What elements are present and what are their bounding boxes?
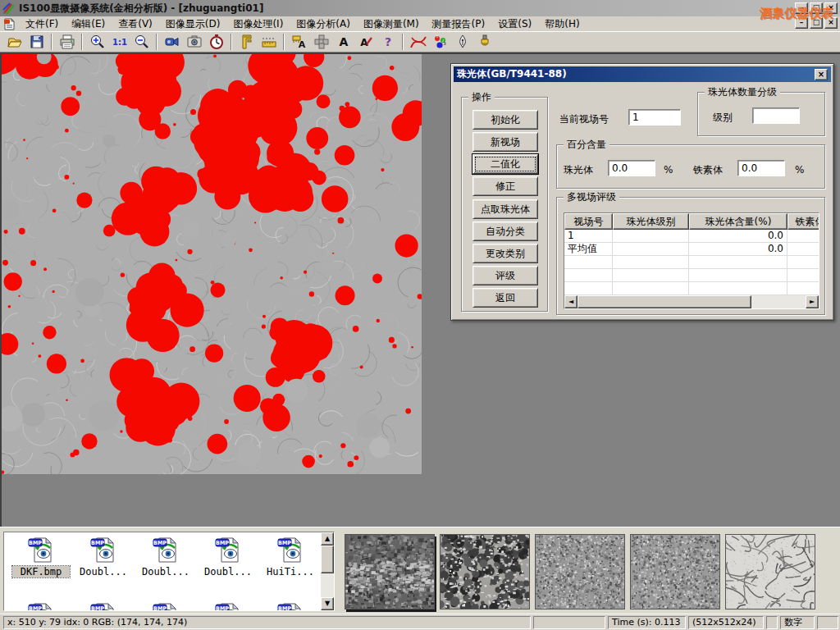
file-item[interactable]: BMP (137, 601, 194, 611)
menu-edit[interactable]: 编辑(E) (65, 16, 112, 32)
document-icon[interactable] (3, 18, 16, 30)
menu-settings[interactable]: 设置(S) (491, 16, 538, 32)
return-button[interactable]: 返回 (472, 288, 538, 308)
init-button[interactable]: 初始化 (472, 110, 538, 130)
menu-view[interactable]: 查看(V) (112, 16, 159, 32)
zoom-out-icon[interactable] (130, 32, 153, 52)
measure-text-icon[interactable]: A (288, 32, 310, 52)
file-list-scrollbar[interactable]: ▲ ▼ (321, 532, 334, 610)
file-item[interactable]: BMP DKF.bmp (12, 536, 70, 578)
menu-measure-report[interactable]: 测量报告(P) (426, 16, 492, 32)
actual-size-icon[interactable]: 1:1 (108, 32, 130, 52)
svg-text:3: 3 (443, 41, 445, 46)
scrollbar-thumb[interactable] (321, 546, 334, 573)
file-name[interactable]: Doubl... (137, 566, 194, 578)
menu-file[interactable]: 文件(F) (19, 16, 65, 32)
text-icon[interactable]: A (332, 32, 354, 52)
pick-pearlite-button[interactable]: 点取珠光体 (472, 199, 538, 219)
open-icon[interactable] (3, 32, 25, 52)
help-icon[interactable]: ? (377, 32, 399, 52)
menu-help[interactable]: 帮助(H) (538, 16, 586, 32)
file-item[interactable]: BMP (262, 601, 319, 611)
toolbar-separator (283, 34, 285, 50)
menu-image-processing[interactable]: 图像处理(I) (226, 16, 290, 32)
video-capture-icon[interactable] (161, 32, 183, 52)
title-bar: IS100显微摄像系统(金相分析版) - [zhuguangti01] – □ … (0, 0, 840, 16)
thumbnail-5[interactable] (725, 534, 815, 609)
annotate-icon[interactable]: A (354, 32, 377, 52)
change-class-button[interactable]: 更改类别 (472, 244, 538, 263)
close-button[interactable]: × (824, 2, 838, 14)
table-row (564, 282, 819, 295)
table-row[interactable]: 平均值 0.0 (564, 243, 819, 256)
table-horizontal-scrollbar[interactable]: ◄ ► (564, 295, 819, 308)
menu-image-measure[interactable]: 图像测量(M) (357, 16, 426, 32)
child-minimize-button[interactable]: – (795, 17, 808, 29)
brush-icon[interactable] (473, 32, 495, 52)
curve-tool-icon[interactable] (407, 32, 429, 52)
maximize-button[interactable]: □ (810, 2, 823, 14)
level-label: 级别 (713, 111, 733, 125)
print-icon[interactable] (56, 32, 78, 52)
new-field-button[interactable]: 新视场 (472, 132, 538, 152)
thumbnail-3[interactable] (535, 534, 625, 609)
svg-text:BMP: BMP (153, 540, 167, 546)
scrollbar-thumb[interactable] (578, 295, 751, 308)
snapshot-icon[interactable] (183, 32, 205, 52)
window-title: IS100显微摄像系统(金相分析版) - [zhuguangti01] (19, 2, 263, 16)
scroll-right-icon[interactable]: ► (806, 295, 819, 308)
file-item[interactable]: BMP (12, 601, 70, 611)
auto-classify-button[interactable]: 自动分类 (472, 221, 538, 241)
caliper-icon[interactable] (235, 32, 258, 52)
status-coordinates: x: 510 y: 79 idx: 0 RGB: (174, 174, 174) (3, 616, 531, 629)
svg-text:BMP: BMP (91, 605, 104, 611)
file-item[interactable]: BMP Doubl... (137, 536, 194, 578)
file-item[interactable]: BMP Doubl... (75, 536, 132, 578)
scroll-down-icon[interactable]: ▼ (321, 597, 334, 610)
file-item[interactable]: BMP (75, 601, 132, 611)
child-restore-button[interactable]: □ (810, 17, 823, 29)
status-empty (817, 616, 838, 629)
file-browser[interactable]: BMP DKF.bmp BMP Doubl... BMP Doubl... BM… (3, 532, 335, 611)
file-name[interactable]: HuiTi... (262, 566, 319, 578)
dialog-title-bar[interactable]: 珠光体(GB/T9441-88) × (454, 66, 831, 82)
file-item[interactable]: BMP HuiTi... (262, 536, 319, 578)
thumbnail-1[interactable] (345, 534, 435, 609)
menu-image-display[interactable]: 图像显示(D) (159, 16, 227, 32)
dialog-close-icon[interactable]: × (815, 69, 828, 80)
multifield-table[interactable]: 视场号 珠光体级别 珠光体含量(%) 铁素体含量(%) 1 0.0 平均值 0.… (564, 212, 819, 309)
minimize-button[interactable]: – (795, 2, 808, 14)
file-item[interactable]: BMP Doubl... (199, 536, 257, 578)
binarize-button[interactable]: 二值化 (472, 154, 538, 174)
operation-group: 操作 初始化 新视场 二值化 修正 点取珠光体 自动分类 更改类别 评级 返回 (461, 97, 548, 312)
metallograph-canvas[interactable] (2, 54, 422, 474)
current-field-input[interactable] (628, 109, 681, 126)
level-input[interactable] (752, 107, 800, 124)
thumbnail-2[interactable] (440, 534, 530, 609)
file-name[interactable]: Doubl... (199, 566, 257, 578)
rate-button[interactable]: 评级 (472, 266, 538, 285)
child-close-button[interactable]: × (824, 17, 838, 29)
zoom-in-icon[interactable] (86, 32, 108, 52)
classify-icon[interactable]: 123 (429, 32, 451, 52)
thumbnail-4[interactable] (630, 534, 720, 609)
bmp-file-icon: BMP (90, 555, 116, 566)
table-row[interactable]: 1 0.0 (564, 230, 819, 243)
save-icon[interactable] (25, 32, 48, 52)
file-name[interactable]: Doubl... (75, 566, 132, 578)
file-item[interactable]: BMP (199, 601, 257, 611)
table-row (564, 256, 819, 269)
pearlite-percent-input[interactable] (608, 160, 655, 176)
toolbar-separator (81, 34, 83, 50)
correct-button[interactable]: 修正 (472, 176, 538, 196)
scroll-up-icon[interactable]: ▲ (321, 532, 334, 546)
scroll-left-icon[interactable]: ◄ (564, 295, 578, 308)
pen-icon[interactable] (451, 32, 473, 52)
menu-image-analysis[interactable]: 图像分析(A) (290, 16, 357, 32)
file-name[interactable]: DKF.bmp (12, 566, 70, 578)
ruler-icon[interactable] (258, 32, 280, 52)
ferrite-percent-input[interactable] (737, 160, 785, 176)
svg-text:1:1: 1:1 (112, 38, 127, 47)
timer-icon[interactable] (205, 32, 227, 52)
grid-icon[interactable] (310, 32, 332, 52)
